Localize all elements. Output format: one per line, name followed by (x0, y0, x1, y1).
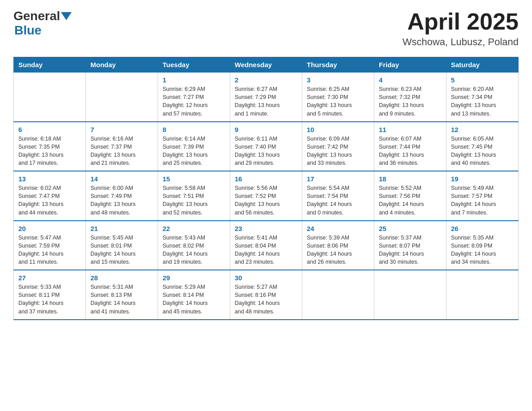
day-info: Sunrise: 6:02 AM Sunset: 7:47 PM Dayligh… (18, 184, 81, 217)
calendar-cell: 12Sunrise: 6:05 AM Sunset: 7:45 PM Dayli… (446, 122, 519, 171)
day-info: Sunrise: 5:39 AM Sunset: 8:06 PM Dayligh… (307, 234, 369, 266)
calendar-cell: 27Sunrise: 5:33 AM Sunset: 8:11 PM Dayli… (14, 270, 86, 320)
column-header-saturday: Saturday (446, 57, 519, 73)
day-info: Sunrise: 5:58 AM Sunset: 7:51 PM Dayligh… (163, 184, 225, 217)
day-number: 9 (235, 126, 297, 133)
calendar-week-row: 27Sunrise: 5:33 AM Sunset: 8:11 PM Dayli… (14, 270, 519, 320)
calendar-cell: 24Sunrise: 5:39 AM Sunset: 8:06 PM Dayli… (302, 221, 374, 270)
column-header-sunday: Sunday (14, 57, 86, 73)
day-info: Sunrise: 5:52 AM Sunset: 7:56 PM Dayligh… (379, 184, 442, 217)
calendar-cell (14, 73, 86, 122)
day-number: 26 (451, 225, 514, 232)
day-number: 10 (307, 126, 369, 133)
day-number: 17 (307, 175, 369, 183)
day-number: 14 (90, 175, 153, 183)
calendar-cell (374, 270, 446, 320)
day-number: 18 (379, 175, 442, 183)
calendar-cell: 9Sunrise: 6:11 AM Sunset: 7:40 PM Daylig… (230, 122, 302, 171)
column-header-friday: Friday (374, 57, 446, 73)
day-info: Sunrise: 6:20 AM Sunset: 7:34 PM Dayligh… (451, 85, 514, 118)
day-number: 5 (451, 76, 514, 84)
column-header-wednesday: Wednesday (230, 57, 302, 73)
calendar-header-row: SundayMondayTuesdayWednesdayThursdayFrid… (14, 57, 519, 73)
calendar-week-row: 20Sunrise: 5:47 AM Sunset: 7:59 PM Dayli… (14, 221, 519, 270)
calendar-week-row: 13Sunrise: 6:02 AM Sunset: 7:47 PM Dayli… (14, 171, 519, 221)
calendar-cell: 22Sunrise: 5:43 AM Sunset: 8:02 PM Dayli… (158, 221, 230, 270)
calendar-cell: 25Sunrise: 5:37 AM Sunset: 8:07 PM Dayli… (374, 221, 446, 270)
day-info: Sunrise: 6:14 AM Sunset: 7:39 PM Dayligh… (163, 135, 225, 167)
day-info: Sunrise: 5:56 AM Sunset: 7:52 PM Dayligh… (235, 184, 297, 217)
day-info: Sunrise: 5:47 AM Sunset: 7:59 PM Dayligh… (18, 234, 81, 266)
column-header-tuesday: Tuesday (158, 57, 230, 73)
day-number: 19 (451, 175, 514, 183)
location-text: Wschowa, Lubusz, Poland (403, 36, 519, 48)
calendar-cell: 2Sunrise: 6:27 AM Sunset: 7:29 PM Daylig… (230, 73, 302, 122)
day-number: 6 (18, 126, 81, 133)
calendar-cell: 5Sunrise: 6:20 AM Sunset: 7:34 PM Daylig… (446, 73, 519, 122)
calendar-cell (446, 270, 519, 320)
calendar-cell (86, 73, 158, 122)
calendar-cell: 26Sunrise: 5:35 AM Sunset: 8:09 PM Dayli… (446, 221, 519, 270)
calendar-cell: 7Sunrise: 6:16 AM Sunset: 7:37 PM Daylig… (86, 122, 158, 171)
title-block: April 2025 Wschowa, Lubusz, Poland (403, 9, 519, 48)
calendar-cell: 20Sunrise: 5:47 AM Sunset: 7:59 PM Dayli… (14, 221, 86, 270)
day-number: 21 (90, 225, 153, 232)
logo-arrow-icon (61, 12, 66, 20)
day-info: Sunrise: 6:25 AM Sunset: 7:30 PM Dayligh… (307, 85, 369, 118)
page-header: General Blue April 2025 Wschowa, Lubusz,… (13, 9, 519, 48)
calendar-cell: 14Sunrise: 6:00 AM Sunset: 7:49 PM Dayli… (86, 171, 158, 221)
day-info: Sunrise: 5:41 AM Sunset: 8:04 PM Dayligh… (235, 234, 297, 266)
calendar-cell: 17Sunrise: 5:54 AM Sunset: 7:54 PM Dayli… (302, 171, 374, 221)
day-info: Sunrise: 5:43 AM Sunset: 8:02 PM Dayligh… (163, 234, 225, 266)
calendar-week-row: 6Sunrise: 6:18 AM Sunset: 7:35 PM Daylig… (14, 122, 519, 171)
day-info: Sunrise: 5:35 AM Sunset: 8:09 PM Dayligh… (451, 234, 514, 266)
day-info: Sunrise: 6:05 AM Sunset: 7:45 PM Dayligh… (451, 135, 514, 167)
day-info: Sunrise: 6:00 AM Sunset: 7:49 PM Dayligh… (90, 184, 153, 217)
day-info: Sunrise: 6:27 AM Sunset: 7:29 PM Dayligh… (235, 85, 297, 118)
day-number: 13 (18, 175, 81, 183)
day-info: Sunrise: 5:49 AM Sunset: 7:57 PM Dayligh… (451, 184, 514, 217)
calendar-cell (302, 270, 374, 320)
day-number: 27 (18, 274, 81, 282)
calendar-cell: 19Sunrise: 5:49 AM Sunset: 7:57 PM Dayli… (446, 171, 519, 221)
day-info: Sunrise: 5:54 AM Sunset: 7:54 PM Dayligh… (307, 184, 369, 217)
day-info: Sunrise: 6:07 AM Sunset: 7:44 PM Dayligh… (379, 135, 442, 167)
logo-general-text: General (13, 9, 60, 23)
logo-arrow-icon2 (66, 12, 72, 20)
month-title: April 2025 (403, 9, 519, 34)
day-number: 11 (379, 126, 442, 133)
calendar-cell: 16Sunrise: 5:56 AM Sunset: 7:52 PM Dayli… (230, 171, 302, 221)
day-info: Sunrise: 5:33 AM Sunset: 8:11 PM Dayligh… (18, 283, 81, 316)
calendar-week-row: 1Sunrise: 6:29 AM Sunset: 7:27 PM Daylig… (14, 73, 519, 122)
logo-blue-text: Blue (14, 23, 42, 37)
day-info: Sunrise: 6:23 AM Sunset: 7:32 PM Dayligh… (379, 85, 442, 118)
day-number: 22 (163, 225, 225, 232)
calendar-table: SundayMondayTuesdayWednesdayThursdayFrid… (13, 57, 519, 320)
calendar-cell: 23Sunrise: 5:41 AM Sunset: 8:04 PM Dayli… (230, 221, 302, 270)
logo: General Blue (13, 9, 72, 38)
day-number: 16 (235, 175, 297, 183)
calendar-cell: 3Sunrise: 6:25 AM Sunset: 7:30 PM Daylig… (302, 73, 374, 122)
day-info: Sunrise: 5:29 AM Sunset: 8:14 PM Dayligh… (163, 283, 225, 316)
day-info: Sunrise: 6:11 AM Sunset: 7:40 PM Dayligh… (235, 135, 297, 167)
day-info: Sunrise: 6:16 AM Sunset: 7:37 PM Dayligh… (90, 135, 153, 167)
column-header-monday: Monday (86, 57, 158, 73)
day-number: 4 (379, 76, 442, 84)
day-info: Sunrise: 5:45 AM Sunset: 8:01 PM Dayligh… (90, 234, 153, 266)
day-info: Sunrise: 5:37 AM Sunset: 8:07 PM Dayligh… (379, 234, 442, 266)
calendar-cell: 8Sunrise: 6:14 AM Sunset: 7:39 PM Daylig… (158, 122, 230, 171)
day-number: 28 (90, 274, 153, 282)
calendar-cell: 10Sunrise: 6:09 AM Sunset: 7:42 PM Dayli… (302, 122, 374, 171)
day-number: 2 (235, 76, 297, 84)
calendar-cell: 30Sunrise: 5:27 AM Sunset: 8:16 PM Dayli… (230, 270, 302, 320)
day-info: Sunrise: 5:27 AM Sunset: 8:16 PM Dayligh… (235, 283, 297, 316)
day-number: 30 (235, 274, 297, 282)
day-number: 23 (235, 225, 297, 232)
calendar-cell: 1Sunrise: 6:29 AM Sunset: 7:27 PM Daylig… (158, 73, 230, 122)
day-info: Sunrise: 6:09 AM Sunset: 7:42 PM Dayligh… (307, 135, 369, 167)
calendar-cell: 21Sunrise: 5:45 AM Sunset: 8:01 PM Dayli… (86, 221, 158, 270)
day-number: 1 (163, 76, 225, 84)
column-header-thursday: Thursday (302, 57, 374, 73)
calendar-cell: 28Sunrise: 5:31 AM Sunset: 8:13 PM Dayli… (86, 270, 158, 320)
day-number: 29 (163, 274, 225, 282)
